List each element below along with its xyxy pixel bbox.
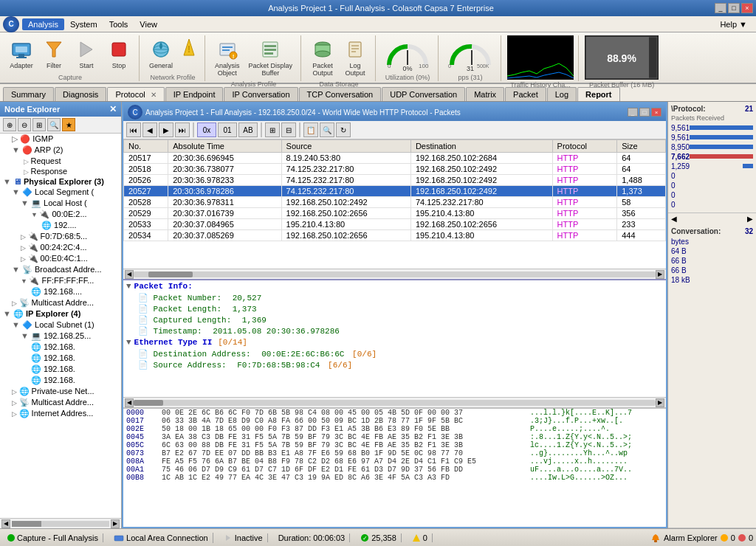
ne-internet[interactable]: ▷ 🌐 Internet Addres...: [0, 408, 121, 419]
ne-mac4[interactable]: ▷ 🔌 00:E0:4C:1...: [0, 253, 121, 264]
pw-layout-2[interactable]: ⊟: [281, 122, 296, 137]
node-explorer-close[interactable]: ✕: [109, 104, 117, 114]
detail-expand[interactable]: ▼: [126, 282, 131, 291]
tab-protocol[interactable]: Protocol ✕: [107, 87, 164, 101]
ne-tool-2[interactable]: ⊖: [18, 118, 31, 131]
scroll-arrow-right[interactable]: ▶: [656, 270, 664, 279]
pw-nav-fwd[interactable]: ▶: [159, 122, 173, 137]
ne-mac5[interactable]: ▼ 🔌 FF:FF:FF:FF...: [0, 275, 121, 286]
log-output-button[interactable]: LogOutput: [340, 35, 371, 79]
menu-system[interactable]: System: [64, 18, 103, 30]
ne-tool-3[interactable]: ⊞: [32, 118, 46, 131]
pw-layout-1[interactable]: ⊞: [265, 122, 280, 137]
pw-find[interactable]: 🔍: [320, 122, 334, 137]
col-protocol[interactable]: Protocol: [552, 140, 617, 153]
ne-tool-5[interactable]: ★: [62, 118, 75, 131]
tab-log[interactable]: Log: [547, 87, 577, 101]
pw-nav-last[interactable]: ⏭: [175, 122, 190, 137]
ne-ip7[interactable]: 🌐 192.168.: [0, 375, 121, 386]
col-source[interactable]: Source: [281, 140, 410, 153]
pw-minimize[interactable]: _: [628, 108, 638, 117]
ne-ip5[interactable]: 🌐 192.168.: [0, 353, 121, 364]
filter-button[interactable]: Filter: [38, 35, 69, 72]
stop-button[interactable]: Stop: [103, 35, 134, 72]
ne-local-subnet[interactable]: ▼ 🔷 Local Subnet (1): [0, 319, 121, 331]
scroll-thumb[interactable]: [148, 272, 193, 277]
pw-nav-back[interactable]: ◀: [142, 122, 157, 137]
table-row[interactable]: 2052920:30:37.016739192.168.250.102:2656…: [124, 208, 666, 219]
ne-ip6[interactable]: 🌐 192.168.: [0, 364, 121, 375]
ne-local-segment[interactable]: ▼ 🔷 Local Segment (: [0, 187, 121, 198]
packet-output-button[interactable]: PacketOutput: [307, 35, 338, 79]
pw-close[interactable]: ×: [651, 108, 662, 117]
col-dest[interactable]: Destination: [410, 140, 552, 153]
col-time[interactable]: Absolute Time: [168, 140, 281, 153]
pw-view-hex[interactable]: 0x: [197, 122, 216, 137]
rp-scroll-up[interactable]: ◀: [671, 215, 677, 223]
tab-udp-conversation[interactable]: UDP Conversation: [382, 87, 465, 101]
table-row[interactable]: 2052820:30:36.978311192.168.250.102:2492…: [124, 197, 666, 208]
packet-display-buffer-button[interactable]: Packet DisplayBuffer: [245, 35, 297, 79]
detail-scroll-left[interactable]: ◀: [125, 398, 134, 407]
ne-scroll-left[interactable]: ◀: [1, 519, 10, 528]
tab-packet[interactable]: Packet: [505, 87, 546, 101]
pw-copy[interactable]: 📋: [303, 122, 318, 137]
adapter-button[interactable]: Adapter: [6, 35, 37, 72]
ne-private[interactable]: ▷ 🌐 Private-use Net...: [0, 386, 121, 397]
tab-diagnosis[interactable]: Diagnosis: [55, 87, 106, 101]
table-row[interactable]: 2052720:30:36.97828674.125.232.217:80192…: [124, 186, 666, 197]
pw-refresh[interactable]: ↻: [336, 122, 351, 137]
general-button[interactable]: General: [145, 35, 176, 72]
ne-ip2[interactable]: 🌐 192.168....: [0, 286, 121, 297]
minimize-button[interactable]: _: [715, 3, 726, 13]
menu-tools[interactable]: Tools: [103, 18, 134, 30]
detail-eth-expand[interactable]: ▼: [126, 338, 131, 347]
ne-mac2[interactable]: ▷ 🔌 F0:7D:68:5...: [0, 231, 121, 242]
ne-mac3[interactable]: ▷ 🔌 00:24:2C:4...: [0, 242, 121, 253]
ne-ip-explorer[interactable]: ▼ 🌐 IP Explorer (4): [0, 308, 121, 319]
table-row[interactable]: 2052620:30:36.97823374.125.232.217:80192…: [124, 175, 666, 186]
menu-analysis[interactable]: Analysis: [22, 18, 64, 30]
ne-igmp[interactable]: ▷ 🔴 IGMP: [0, 134, 121, 145]
ne-broadcast[interactable]: ▼ 📡 Broadcast Addre...: [0, 264, 121, 275]
col-size[interactable]: Size: [617, 140, 666, 153]
ne-tool-4[interactable]: 🔍: [47, 118, 61, 131]
ne-ip4[interactable]: 🌐 192.168.: [0, 342, 121, 353]
pw-maximize[interactable]: □: [639, 108, 650, 117]
close-button[interactable]: ×: [741, 3, 753, 13]
maximize-button[interactable]: □: [728, 3, 740, 13]
pw-view-txt[interactable]: AB: [238, 122, 258, 137]
tab-report[interactable]: Report: [577, 87, 619, 101]
ne-multicast2[interactable]: ▷ 📡 Multicast Addre...: [0, 397, 121, 408]
tab-protocol-close[interactable]: ✕: [151, 91, 157, 99]
ne-physical-explorer[interactable]: ▼ 🖥 Physical Explorer (3): [0, 176, 121, 187]
pw-view-dec[interactable]: 01: [218, 122, 237, 137]
ne-request[interactable]: ▷ Request: [0, 156, 121, 166]
analysis-object-button[interactable]: ! AnalysisObject: [211, 35, 244, 79]
tab-ip-endpoint[interactable]: IP Endpoint: [165, 87, 224, 101]
table-row[interactable]: 2053420:30:37.085269192.168.250.102:2656…: [124, 230, 666, 241]
tab-ip-conversation[interactable]: IP Conversation: [224, 87, 298, 101]
table-row[interactable]: 2053320:30:37.084965195.210.4.13:80192.1…: [124, 219, 666, 230]
ne-tool-1[interactable]: ⊕: [3, 118, 16, 131]
start-button[interactable]: Start: [71, 35, 102, 72]
ne-ip1[interactable]: 🌐 192....: [0, 220, 121, 231]
tab-summary[interactable]: Summary: [3, 87, 54, 101]
menu-view[interactable]: View: [134, 18, 163, 30]
warning-button[interactable]: !: [178, 35, 200, 61]
tab-matrix[interactable]: Matrix: [466, 87, 504, 101]
table-row[interactable]: 2051820:30:36.73807774.125.232.217:80192…: [124, 164, 666, 175]
ne-subnet-ip[interactable]: ▼ 💻 192.168.25...: [0, 331, 121, 342]
rp-scroll-down[interactable]: ▶: [747, 215, 753, 223]
table-row[interactable]: 2051720:30:36.6969458.19.240.53:80192.16…: [124, 153, 666, 164]
ne-response[interactable]: ▷ Response: [0, 166, 121, 176]
ne-local-host[interactable]: ▼ 💻 Local Host (: [0, 198, 121, 209]
detail-scroll-thumb[interactable]: [134, 400, 163, 406]
packet-table-scrollbar[interactable]: ◀ ▶: [123, 269, 666, 279]
menu-help[interactable]: Help ▼: [714, 18, 753, 30]
ne-scroll-right[interactable]: ▶: [111, 519, 120, 528]
ne-mac1[interactable]: ▼ 🔌 00:0E:2...: [0, 209, 121, 220]
col-no[interactable]: No.: [124, 140, 168, 153]
detail-scrollbar[interactable]: ◀ ▶: [123, 397, 666, 407]
pw-nav-prev[interactable]: ⏮: [126, 122, 141, 137]
